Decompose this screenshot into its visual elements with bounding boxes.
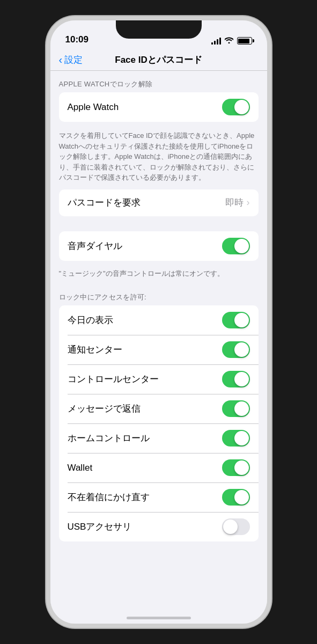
passcode-value: 即時 xyxy=(225,196,244,209)
voice-dial-toggle-knob xyxy=(234,239,249,253)
voice-dial-group: 音声ダイヤル xyxy=(59,231,259,261)
notification-label: 通知センター xyxy=(68,343,122,356)
battery-fill xyxy=(238,39,249,43)
settings-scroll[interactable]: APPLE WATCHでロック解除 Apple Watch マスクを着用していて… xyxy=(50,71,267,616)
home-control-toggle[interactable] xyxy=(222,430,250,447)
usb-accessory-label: USBアクセサリ xyxy=(68,521,132,533)
status-icons xyxy=(211,36,252,46)
apple-watch-toggle[interactable] xyxy=(222,99,250,115)
apple-watch-label: Apple Watch xyxy=(68,102,119,113)
today-row[interactable]: 今日の表示 xyxy=(59,305,259,335)
back-chevron-icon: ‹ xyxy=(59,54,63,65)
usb-accessory-row[interactable]: USBアクセサリ xyxy=(59,512,259,541)
battery-icon xyxy=(237,37,252,45)
control-center-toggle-knob xyxy=(234,372,249,386)
back-label: 設定 xyxy=(64,54,83,66)
apple-watch-section-header: APPLE WATCHでロック解除 xyxy=(50,71,267,92)
signal-icon xyxy=(211,37,221,45)
home-control-row[interactable]: ホームコントロール xyxy=(59,423,259,453)
missed-call-toggle-knob xyxy=(234,490,249,504)
message-reply-toggle-knob xyxy=(234,401,249,416)
apple-watch-toggle-knob xyxy=(234,100,249,114)
wallet-row[interactable]: Wallet xyxy=(59,453,259,482)
status-time: 10:09 xyxy=(65,34,89,46)
notification-row[interactable]: 通知センター xyxy=(59,335,259,364)
today-toggle[interactable] xyxy=(222,312,250,328)
passcode-chevron-icon: › xyxy=(247,197,250,208)
wifi-icon xyxy=(225,36,233,45)
home-control-label: ホームコントロール xyxy=(68,432,150,444)
notch xyxy=(116,20,202,39)
usb-accessory-toggle-knob xyxy=(223,519,238,534)
apple-watch-description: マスクを着用していてFace IDで顔を認識できないとき、Apple Watch… xyxy=(50,126,267,189)
wallet-toggle-knob xyxy=(234,460,249,475)
home-control-toggle-knob xyxy=(234,431,249,445)
home-indicator xyxy=(127,617,191,619)
message-reply-label: メッセージで返信 xyxy=(68,402,141,415)
content-area: ‹ 設定 Face IDとパスコード APPLE WATCHでロック解除 App… xyxy=(50,49,267,624)
spacer1 xyxy=(50,221,267,231)
voice-dial-description: "ミュージック"の音声コントロールは常にオンです。 xyxy=(50,265,267,284)
apple-watch-group: Apple Watch xyxy=(59,92,259,122)
usb-accessory-toggle[interactable] xyxy=(222,518,250,535)
missed-call-toggle[interactable] xyxy=(222,489,250,506)
control-center-toggle[interactable] xyxy=(222,371,250,387)
page-title: Face IDとパスコード xyxy=(115,54,202,66)
notification-toggle-knob xyxy=(234,342,249,357)
passcode-label: パスコードを要求 xyxy=(68,196,141,209)
today-label: 今日の表示 xyxy=(68,314,113,326)
passcode-right: 即時 › xyxy=(225,196,250,209)
passcode-group: パスコードを要求 即時 › xyxy=(59,189,259,216)
voice-dial-row[interactable]: 音声ダイヤル xyxy=(59,231,259,261)
passcode-row[interactable]: パスコードを要求 即時 › xyxy=(59,189,259,216)
phone-frame: 10:09 ‹ 設 xyxy=(46,16,271,628)
message-reply-row[interactable]: メッセージで返信 xyxy=(59,394,259,423)
notification-toggle[interactable] xyxy=(222,341,250,358)
message-reply-toggle[interactable] xyxy=(222,400,250,417)
missed-call-row[interactable]: 不在着信にかけ直す xyxy=(59,482,259,512)
control-center-row[interactable]: コントロールセンター xyxy=(59,364,259,394)
allow-access-group: 今日の表示 通知センター コントロールセンター xyxy=(59,305,259,541)
wallet-toggle[interactable] xyxy=(222,459,250,476)
nav-bar: ‹ 設定 Face IDとパスコード xyxy=(50,49,267,71)
wallet-label: Wallet xyxy=(68,463,93,473)
voice-dial-toggle[interactable] xyxy=(222,238,250,254)
apple-watch-row[interactable]: Apple Watch xyxy=(59,92,259,122)
control-center-label: コントロールセンター xyxy=(68,373,159,385)
back-button[interactable]: ‹ 設定 xyxy=(59,54,83,66)
bottom-spacer xyxy=(50,546,267,567)
missed-call-label: 不在着信にかけ直す xyxy=(68,491,150,503)
allow-access-header: ロック中にアクセスを許可: xyxy=(50,284,267,305)
today-toggle-knob xyxy=(234,313,249,327)
voice-dial-label: 音声ダイヤル xyxy=(68,240,122,252)
